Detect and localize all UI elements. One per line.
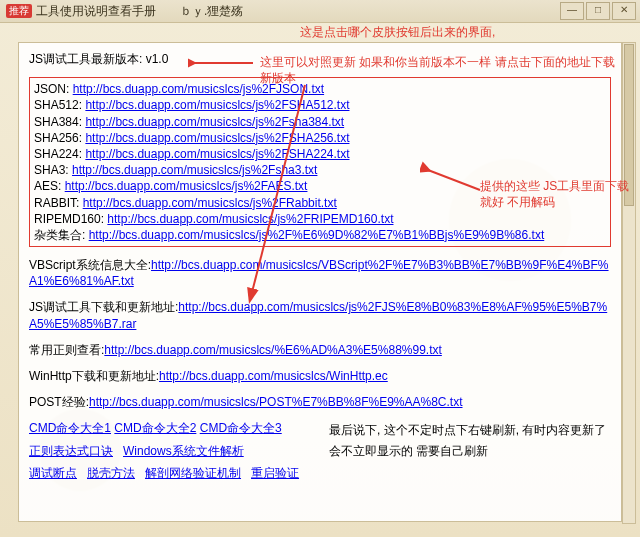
cmd-link[interactable]: 正则表达式口诀 [29,444,113,458]
section-link[interactable]: http://bcs.duapp.com/musicslcs/%E6%AD%A3… [104,343,442,357]
url-label: JSON: [34,82,73,96]
cmd-link[interactable]: 脱壳方法 [87,466,135,480]
maximize-button[interactable]: □ [586,2,610,20]
section-link[interactable]: http://bcs.duapp.com/musicslcs/WinHttp.e… [159,369,388,383]
url-label: SHA224: [34,147,85,161]
url-link[interactable]: http://bcs.duapp.com/musicslcs/js%2FRabb… [83,196,337,210]
url-label: AES: [34,179,65,193]
url-link[interactable]: http://bcs.duapp.com/musicslcs/js%2Fsha3… [72,163,317,177]
cmd-link[interactable]: 调试断点 [29,466,77,480]
section-label: JS调试工具下载和更新地址: [29,300,178,314]
url-label: SHA384: [34,115,85,129]
url-link[interactable]: http://bcs.duapp.com/musicslcs/js%2FSHA2… [85,131,349,145]
content-panel: JS调试工具最新版本: v1.0 JSON: http://bcs.duapp.… [18,42,622,522]
close-button[interactable]: ✕ [612,2,636,20]
url-link[interactable]: http://bcs.duapp.com/musicslcs/js%2FRIPE… [107,212,393,226]
cmd-link[interactable]: 解剖网络验证机制 [145,466,241,480]
annotation-version: 这里可以对照更新 如果和你当前版本不一样 请点击下面的地址下载新版本 [260,54,620,86]
window-title: 工具使用说明查看手册 ｂｙ.狸楚殇 [36,0,243,22]
cmd-link[interactable]: CMD命令大全2 [114,421,196,435]
section-link[interactable]: http://bcs.duapp.com/musicslcs/POST%E7%B… [89,395,462,409]
url-label: RABBIT: [34,196,83,210]
js-tool-url-box: JSON: http://bcs.duapp.com/musicslcs/js%… [29,77,611,247]
url-link[interactable]: http://bcs.duapp.com/musicslcs/js%2F%E6%… [89,228,545,242]
end-note: 最后说下, 这个不定时点下右键刷新, 有时内容更新了会不立即显示的 需要自己刷新 [309,420,611,487]
section-label: POST经验: [29,395,89,409]
section-label: WinHttp下载和更新地址: [29,369,159,383]
url-label: SHA512: [34,98,85,112]
cmd-link[interactable]: 重启验证 [251,466,299,480]
cmd-link[interactable]: Windows系统文件解析 [123,444,244,458]
url-link[interactable]: http://bcs.duapp.com/musicslcs/js%2FSHA5… [85,98,349,112]
cmd-link[interactable]: CMD命令大全3 [200,421,282,435]
version-label: JS调试工具最新版本: [29,52,142,66]
title-bar: 推荐 工具使用说明查看手册 ｂｙ.狸楚殇 — □ ✕ [0,0,640,23]
cmd-link[interactable]: CMD命令大全1 [29,421,111,435]
url-label: RIPEMD160: [34,212,107,226]
annotation-right: 提供的这些 JS工具里面下载就好 不用解码 [480,178,630,210]
annotation-top: 这是点击哪个皮肤按钮后出来的界面, [300,24,495,40]
section-label: 常用正则查看: [29,343,104,357]
url-link[interactable]: http://bcs.duapp.com/musicslcs/js%2Fsha3… [85,115,344,129]
url-label: 杂类集合: [34,228,89,242]
recommend-badge: 推荐 [6,4,32,18]
vertical-scrollbar[interactable] [622,42,636,524]
version-value: v1.0 [146,52,169,66]
url-link[interactable]: http://bcs.duapp.com/musicslcs/js%2FSHA2… [85,147,349,161]
url-label: SHA256: [34,131,85,145]
footer-links: CMD命令大全1 CMD命令大全2 CMD命令大全3 正则表达式口诀 Windo… [29,420,309,487]
section-label: VBScript系统信息大全: [29,258,151,272]
url-label: SHA3: [34,163,72,177]
url-link[interactable]: http://bcs.duapp.com/musicslcs/js%2FAES.… [65,179,308,193]
minimize-button[interactable]: — [560,2,584,20]
